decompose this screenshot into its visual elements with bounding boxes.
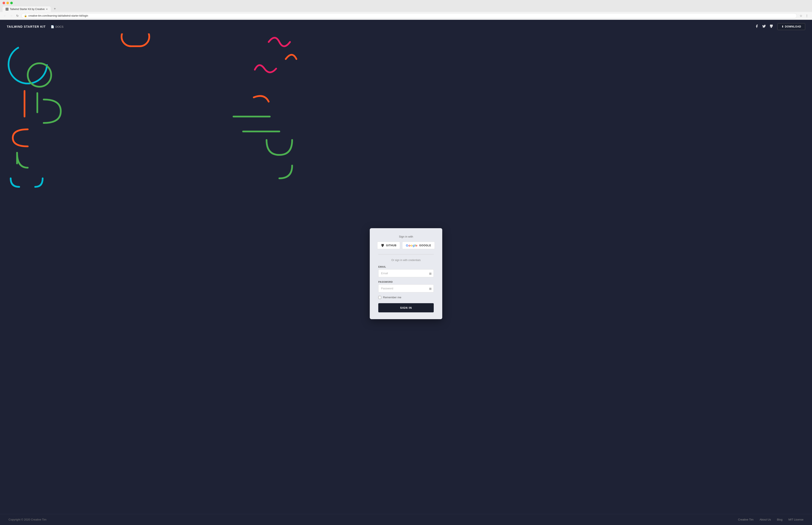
nav-brand[interactable]: TAILWIND STARTER KIT [7,25,46,28]
password-input-icon: ▦ [429,287,432,290]
password-input[interactable] [378,284,434,292]
download-button[interactable]: ⬇ DOWNLOAD [778,23,806,30]
docs-icon: 📄 [51,25,54,28]
google-login-button[interactable]: Google GOOGLE [402,242,435,249]
footer-link-creative-tim[interactable]: Creative Tim [738,518,754,521]
email-input[interactable] [378,269,434,277]
or-sign-in-label: Or sign in with credentials [378,259,434,262]
footer-copyright: Copyright © 2020 Creative Tim [9,518,46,521]
email-label: EMAIL [378,266,434,268]
close-button[interactable] [3,2,5,4]
remember-me-checkbox[interactable] [378,296,381,299]
google-social-icon: Google [406,243,418,247]
remember-me-group: Remember me [378,296,434,299]
url-text: creative-tim.com/learning-lab/tailwind-s… [28,14,88,17]
email-form-group: EMAIL ▦ [378,266,434,277]
active-tab[interactable]: Tailwind Starter Kit by Creative ✕ [3,6,51,12]
page-wrapper: TAILWIND STARTER KIT 📄 DOCS ⬇ DOWNLOAD S… [0,20,812,525]
github-icon[interactable] [769,24,773,29]
sign-in-button[interactable]: SIGN IN [378,303,434,312]
footer-link-about-us[interactable]: About Us [759,518,771,521]
minimize-button[interactable] [6,2,9,4]
browser-chrome: Tailwind Starter Kit by Creative ✕ + [0,0,812,12]
tab-close-button[interactable]: ✕ [46,8,48,11]
forward-button[interactable]: → [9,14,14,18]
social-buttons: GITHUB Google GOOGLE [378,242,434,249]
tab-favicon [5,7,9,11]
github-login-button[interactable]: GITHUB [377,242,400,249]
maximize-button[interactable] [10,2,13,4]
main-content: Sign in with GITHUB Google GOOGLE Or sig… [0,33,812,514]
lock-icon: 🔒 [24,14,27,17]
facebook-icon[interactable] [755,24,759,29]
email-input-icon: ▦ [429,272,432,275]
docs-label: DOCS [55,25,63,28]
download-icon: ⬇ [782,25,784,28]
password-input-wrapper: ▦ [378,284,434,292]
google-button-label: GOOGLE [419,244,431,247]
remember-me-label[interactable]: Remember me [383,296,401,299]
traffic-lights [3,2,809,4]
navbar: TAILWIND STARTER KIT 📄 DOCS ⬇ DOWNLOAD [0,20,812,33]
nav-icons [755,24,773,29]
bookmark-button[interactable]: ☆ [799,13,803,18]
password-label: PASSWORD [378,281,434,283]
sign-in-with-label: Sign in with [378,235,434,238]
footer-links: Creative Tim About Us Blog MIT License [738,518,803,521]
extensions-button[interactable]: ⋮ [804,13,809,18]
page-footer: Copyright © 2020 Creative Tim Creative T… [0,514,812,525]
reload-button[interactable]: ↻ [15,14,20,18]
tab-title: Tailwind Starter Kit by Creative [10,7,45,11]
download-label: DOWNLOAD [785,25,801,28]
browser-tabs: Tailwind Starter Kit by Creative ✕ + [3,5,809,12]
twitter-icon[interactable] [762,24,766,29]
footer-link-blog[interactable]: Blog [777,518,782,521]
github-button-label: GITHUB [386,244,396,247]
email-input-wrapper: ▦ [378,269,434,277]
github-social-icon [381,244,384,247]
login-card: Sign in with GITHUB Google GOOGLE Or sig… [370,228,442,319]
address-bar[interactable]: 🔒 creative-tim.com/learning-lab/tailwind… [21,13,797,18]
browser-actions: ☆ ⋮ [799,13,809,18]
footer-link-mit-license[interactable]: MIT License [788,518,803,521]
nav-docs[interactable]: 📄 DOCS [51,25,63,28]
password-form-group: PASSWORD ▦ [378,281,434,292]
browser-toolbar: ← → ↻ 🔒 creative-tim.com/learning-lab/ta… [0,12,812,20]
back-button[interactable]: ← [3,14,7,18]
new-tab-button[interactable]: + [51,5,58,12]
